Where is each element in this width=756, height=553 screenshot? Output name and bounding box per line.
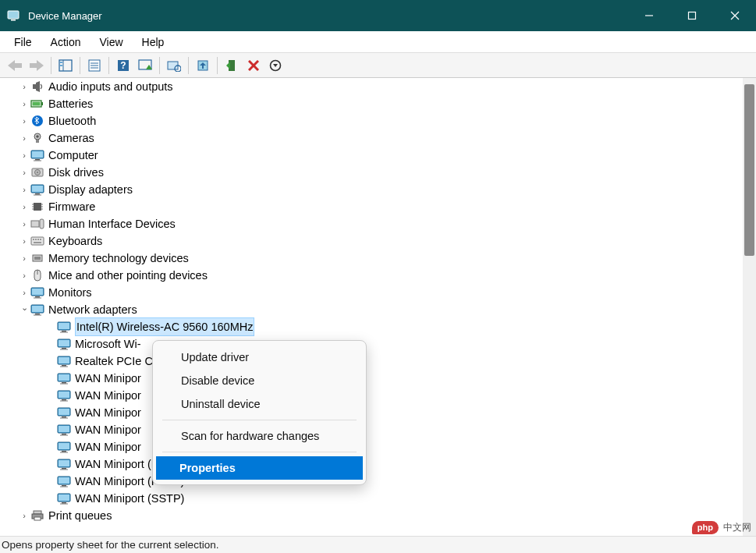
svg-rect-91 <box>62 382 66 384</box>
svg-rect-112 <box>60 469 68 470</box>
svg-rect-1 <box>11 19 16 21</box>
device-item[interactable]: WAN Minipor <box>0 387 742 404</box>
menu-action[interactable]: Action <box>41 34 91 51</box>
svg-rect-80 <box>60 331 68 332</box>
menu-help[interactable]: Help <box>133 34 174 51</box>
context-uninstall-device[interactable]: Uninstall device <box>158 392 361 416</box>
device-label: WAN Minipor <box>75 421 141 438</box>
properties-button[interactable] <box>84 55 105 76</box>
maximize-button[interactable] <box>670 0 713 31</box>
device-label: Microsoft Wi- <box>75 335 141 353</box>
svg-rect-41 <box>35 159 40 161</box>
category-label: Computer <box>48 147 98 164</box>
svg-marker-7 <box>30 60 44 71</box>
device-item[interactable]: WAN Minipor <box>0 438 742 456</box>
context-disable-device[interactable]: Disable device <box>158 369 361 392</box>
device-item[interactable]: WAN Miniport (PPTP) <box>0 473 742 490</box>
expander-icon[interactable]: › <box>19 164 30 181</box>
context-update-driver[interactable]: Update driver <box>158 346 361 369</box>
device-item[interactable]: WAN Miniport (PPPOE) <box>0 456 742 473</box>
minimize-button[interactable] <box>627 0 670 31</box>
svg-rect-47 <box>32 186 43 192</box>
device-item[interactable]: WAN Miniport (SSTP) <box>0 490 742 507</box>
device-item[interactable]: Intel(R) Wireless-AC 9560 160MHz <box>0 318 742 335</box>
category-hid[interactable]: ›Human Interface Devices <box>0 215 742 232</box>
forward-button[interactable] <box>27 55 47 76</box>
category-disp[interactable]: ›Display adapters <box>0 181 742 198</box>
category-batt[interactable]: ›Batteries <box>0 95 742 112</box>
context-separator <box>162 420 357 420</box>
device-item[interactable]: WAN Minipor <box>0 404 742 421</box>
category-disk[interactable]: ›Disk drives <box>0 164 742 181</box>
enable-device-button[interactable] <box>222 55 242 76</box>
show-hide-console-button[interactable] <box>55 55 76 76</box>
device-item[interactable]: Realtek PCIe C <box>0 353 742 370</box>
device-tree[interactable]: ›Audio inputs and outputs›Batteries›Blue… <box>0 78 742 536</box>
expander-icon[interactable]: › <box>19 147 30 164</box>
device-label: WAN Minipor <box>75 438 141 456</box>
expander-icon[interactable]: › <box>19 112 30 129</box>
network-adapter-icon <box>56 354 72 368</box>
expander-icon[interactable]: › <box>19 232 30 250</box>
category-mice[interactable]: ›Mice and other pointing devices <box>0 267 742 284</box>
category-label: Memory technology devices <box>48 250 189 267</box>
category-kb[interactable]: ›Keyboards <box>0 232 742 250</box>
expander-icon[interactable]: › <box>19 198 30 215</box>
monitor-icon <box>30 303 45 317</box>
svg-marker-6 <box>8 60 22 71</box>
device-label: Intel(R) Wireless-AC 9560 160MHz <box>75 317 254 336</box>
svg-rect-120 <box>60 503 68 504</box>
menu-file[interactable]: File <box>5 34 41 51</box>
expander-icon[interactable]: ⌄ <box>19 299 30 316</box>
device-item[interactable]: WAN Minipor <box>0 421 742 438</box>
category-label: Print queues <box>48 507 112 524</box>
menu-view[interactable]: View <box>90 34 132 51</box>
category-comp[interactable]: ›Computer <box>0 147 742 164</box>
toolbar-separator <box>80 57 80 74</box>
network-adapter-icon <box>56 457 72 471</box>
device-item[interactable]: WAN Minipor <box>0 370 742 387</box>
svg-rect-10 <box>60 62 62 63</box>
back-button[interactable] <box>5 55 25 76</box>
svg-rect-106 <box>59 443 69 449</box>
disable-device-button[interactable] <box>265 55 286 76</box>
category-label: Batteries <box>48 95 93 112</box>
expander-icon[interactable]: › <box>19 95 30 112</box>
category-bt[interactable]: ›Bluetooth <box>0 112 742 129</box>
category-fw[interactable]: ›Firmware <box>0 198 742 215</box>
category-audio[interactable]: ›Audio inputs and outputs <box>0 78 742 95</box>
svg-rect-116 <box>60 486 68 487</box>
watermark: php 中文网 <box>692 521 751 534</box>
svg-marker-29 <box>273 64 278 67</box>
battery-icon <box>30 97 45 111</box>
help-button[interactable]: ? <box>113 55 133 76</box>
context-properties[interactable]: Properties <box>156 456 363 480</box>
expander-icon[interactable]: › <box>19 181 30 198</box>
uninstall-device-button[interactable] <box>243 55 264 76</box>
client-area: ›Audio inputs and outputs›Batteries›Blue… <box>0 78 756 536</box>
category-mem[interactable]: ›Memory technology devices <box>0 250 742 267</box>
category-print-queues[interactable]: ›Print queues <box>0 507 742 524</box>
vertical-scrollbar[interactable] <box>743 78 756 536</box>
expander-icon[interactable]: › <box>19 507 30 524</box>
category-label: Network adapters <box>48 301 137 318</box>
svg-rect-48 <box>35 193 40 195</box>
scrollbar-thumb[interactable] <box>744 84 754 256</box>
expander-icon[interactable]: › <box>19 250 30 267</box>
expander-icon[interactable]: › <box>19 215 30 232</box>
category-mon[interactable]: ›Monitors <box>0 284 742 301</box>
context-scan-hardware[interactable]: Scan for hardware changes <box>158 424 361 448</box>
expander-icon[interactable]: › <box>19 129 30 147</box>
expander-icon[interactable]: › <box>19 267 30 284</box>
category-cam[interactable]: ›Cameras <box>0 129 742 147</box>
action-center-button[interactable] <box>135 55 155 76</box>
scan-hardware-button[interactable] <box>164 55 184 76</box>
device-item[interactable]: Microsoft Wi- <box>0 335 742 353</box>
svg-rect-58 <box>40 219 44 229</box>
svg-rect-107 <box>62 451 66 452</box>
close-button[interactable] <box>713 0 756 31</box>
category-net[interactable]: ⌄Network adapters <box>0 301 742 318</box>
toolbar-separator <box>159 57 160 74</box>
expander-icon[interactable]: › <box>19 78 30 95</box>
update-driver-button[interactable] <box>193 55 213 76</box>
